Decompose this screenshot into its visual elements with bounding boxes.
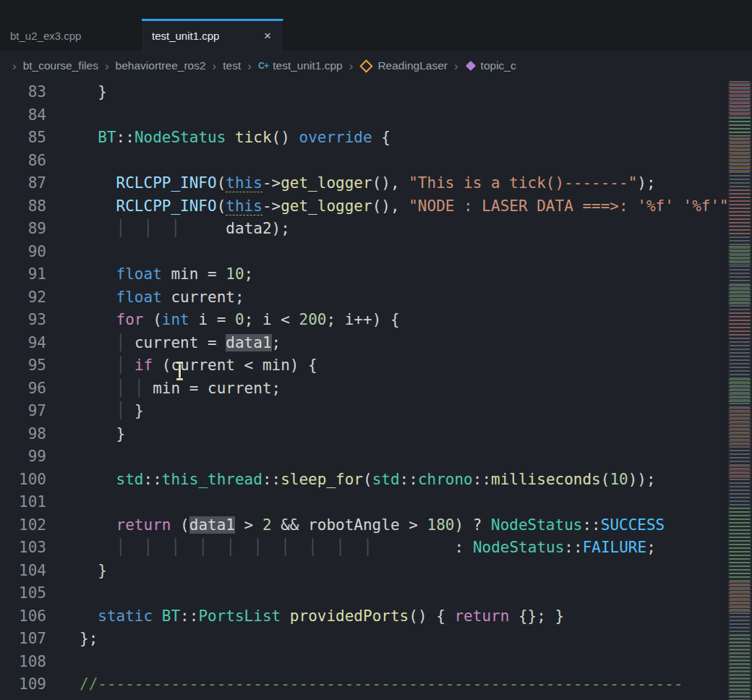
code-token: if xyxy=(134,357,153,374)
code-token xyxy=(345,539,363,556)
breadcrumb-item-topic_c[interactable]: topic_c xyxy=(465,59,516,72)
code-line[interactable]: 87 RCLCPP_INFO(this->get_logger(), "This… xyxy=(0,172,752,195)
code-line[interactable]: 95 │ if (current < min) { xyxy=(0,354,752,377)
code-line[interactable]: 93 for (int i = 0; i < 200; i++) { xyxy=(0,309,752,332)
code-token: PortsList xyxy=(198,607,281,625)
code-line[interactable]: 86 xyxy=(0,150,752,173)
code-line[interactable]: 91 float min = 10; xyxy=(0,263,752,286)
breadcrumb-item-test[interactable]: test xyxy=(223,59,241,72)
minimap-pattern xyxy=(729,635,751,700)
tab-close-icon[interactable]: × xyxy=(262,29,273,43)
code-line-text: return (data1 > 2 && robotAngle > 180) ?… xyxy=(46,514,752,537)
code-line[interactable]: 98 } xyxy=(0,423,752,446)
breadcrumb-label: topic_c xyxy=(481,59,516,72)
chevron-right-icon: › xyxy=(349,60,354,72)
code-line[interactable]: 90 xyxy=(0,241,752,264)
code-token: return xyxy=(116,516,171,534)
code-line[interactable]: 88 RCLCPP_INFO(this->get_logger(), "NODE… xyxy=(0,195,752,218)
code-line[interactable]: 83 } xyxy=(0,81,752,104)
line-number: 107 xyxy=(0,628,46,651)
minimap-pattern xyxy=(729,581,751,613)
code-token xyxy=(372,539,455,556)
code-token xyxy=(125,357,134,374)
code-token: () xyxy=(272,129,299,146)
code-line[interactable]: 103 │ │ │ │ │ │ │ │ │ │ : NodeStatus::FA… xyxy=(0,537,752,560)
line-number: 97 xyxy=(0,400,46,423)
code-token xyxy=(226,129,235,146)
line-number: 90 xyxy=(0,241,46,264)
indent-guide: │ xyxy=(308,539,317,556)
code-line[interactable]: 104 } xyxy=(0,560,752,583)
breadcrumb-item-behaviortree_ros2[interactable]: behaviortree_ros2 xyxy=(116,59,206,72)
code-line[interactable]: 94 │ current = data1; xyxy=(0,332,752,355)
indent-guide: │ xyxy=(144,220,153,237)
minimap-pattern xyxy=(729,137,751,172)
line-number: 104 xyxy=(0,560,46,583)
code-token xyxy=(80,129,98,146)
indent-guide: │ xyxy=(226,539,235,556)
code-token: NodeStatus xyxy=(491,516,582,534)
breadcrumb: ›bt_course_files›behaviortree_ros2›test›… xyxy=(0,51,752,81)
titlebar xyxy=(0,0,752,19)
indent-guide: │ xyxy=(116,380,126,397)
code-line[interactable]: 102 return (data1 > 2 && robotAngle > 18… xyxy=(0,514,752,537)
indent-guide: │ xyxy=(171,539,180,556)
code-token: "This is a tick()-------" xyxy=(409,174,637,192)
tab-bt_u2_ex3.cpp[interactable]: bt_u2_ex3.cpp xyxy=(0,19,142,51)
code-token xyxy=(290,539,308,556)
code-token: ; i++) { xyxy=(326,311,399,328)
line-number: 102 xyxy=(0,514,46,537)
indent-guide: │ xyxy=(134,380,144,397)
tab-test_unit1.cpp[interactable]: test_unit1.cpp× xyxy=(142,19,283,51)
code-line-text: │ │ min = current; xyxy=(46,377,752,401)
tab-bar: bt_u2_ex3.cpptest_unit1.cpp× xyxy=(0,19,752,51)
code-line[interactable]: 99 xyxy=(0,445,752,469)
code-line[interactable]: 96 │ │ min = current; xyxy=(0,377,752,401)
code-token: :: xyxy=(473,471,491,488)
code-token: //--------------------------------------… xyxy=(80,675,683,693)
code-line-text xyxy=(46,582,752,605)
code-line[interactable]: 92 float current; xyxy=(0,286,752,310)
code-line[interactable]: 97 │ } xyxy=(0,400,752,423)
code-token: :: xyxy=(400,471,418,488)
code-line[interactable]: 109//-----------------------------------… xyxy=(0,673,752,696)
code-token xyxy=(153,220,171,237)
code-token: ( xyxy=(217,174,226,192)
code-token: this_thread xyxy=(162,471,262,488)
code-token: ); xyxy=(637,174,655,192)
breadcrumb-item-bt_course_files[interactable]: bt_course_files xyxy=(23,59,98,72)
breadcrumb-label: behaviortree_ros2 xyxy=(116,59,206,72)
breadcrumb-item-test_unit1.cpp[interactable]: test_unit1.cpp xyxy=(258,59,343,72)
code-line[interactable]: 85 BT::NodeStatus tick() override { xyxy=(0,127,752,150)
vscode-window: bt_u2_ex3.cpptest_unit1.cpp× ›bt_course_… xyxy=(0,0,752,700)
code-token: NodeStatus xyxy=(134,129,226,146)
code-line[interactable]: 89 │ │ │ data2); xyxy=(0,218,752,241)
symbol-field-icon xyxy=(466,61,476,71)
code-line[interactable]: 100 std::this_thread::sleep_for(std::chr… xyxy=(0,469,752,492)
code-token xyxy=(80,289,116,306)
code-token: ( xyxy=(217,197,226,215)
code-line[interactable]: 106 static BT::PortsList providedPorts()… xyxy=(0,605,752,628)
code-line[interactable]: 101 xyxy=(0,491,752,514)
code-token: {}; } xyxy=(509,607,564,625)
code-line[interactable]: 107}; xyxy=(0,628,752,651)
code-line-text: │ if (current < min) { xyxy=(46,354,752,377)
code-line[interactable]: 84 xyxy=(0,104,752,127)
breadcrumb-item-ReadingLaser[interactable]: ReadingLaser xyxy=(359,59,448,72)
code-line-text xyxy=(46,104,752,127)
code-token: } xyxy=(80,425,125,443)
minimap-pattern xyxy=(729,508,751,580)
code-line-text: } xyxy=(46,423,752,446)
minimap[interactable] xyxy=(727,81,752,700)
line-number: 93 xyxy=(0,309,46,332)
code-line[interactable]: 108 xyxy=(0,651,752,674)
cpp-file-icon xyxy=(258,61,268,71)
line-number: 86 xyxy=(0,150,46,173)
code-token xyxy=(80,380,116,397)
code-editor[interactable]: 83 }8485 BT::NodeStatus tick() override … xyxy=(0,81,752,700)
indent-guide: │ xyxy=(281,539,290,556)
code-token xyxy=(180,220,226,237)
line-number: 105 xyxy=(0,582,46,605)
code-line[interactable]: 105 xyxy=(0,582,752,605)
line-number: 98 xyxy=(0,423,46,446)
